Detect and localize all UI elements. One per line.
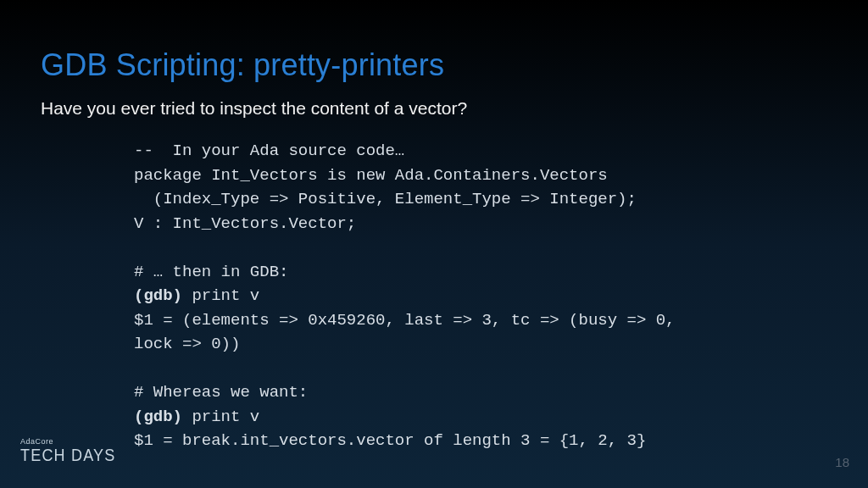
code-line: $1 = break.int_vectors.vector of length …: [134, 431, 646, 450]
gdb-prompt: (gdb): [134, 286, 182, 305]
code-line: V : Int_Vectors.Vector;: [134, 214, 356, 233]
code-line: -- In your Ada source code…: [134, 141, 404, 160]
code-line: print v: [182, 286, 259, 305]
code-block: -- In your Ada source code… package Int_…: [134, 139, 827, 453]
page-number: 18: [835, 455, 849, 469]
logo-event: TECH DAYS: [20, 445, 115, 465]
code-line: $1 = (elements => 0x459260, last => 3, t…: [134, 311, 676, 330]
code-line: package Int_Vectors is new Ada.Container…: [134, 166, 608, 185]
code-line: print v: [182, 408, 259, 426]
code-line: # Whereas we want:: [134, 383, 308, 402]
logo: AdaCore TECH DAYS: [20, 437, 115, 464]
slide: GDB Scripting: pretty-printers Have you …: [0, 0, 868, 488]
slide-title: GDB Scripting: pretty-printers: [41, 47, 827, 83]
code-line: # … then in GDB:: [134, 263, 288, 281]
code-line: (Index_Type => Positive, Element_Type =>…: [134, 190, 637, 208]
code-line: lock => 0)): [134, 335, 240, 353]
gdb-prompt: (gdb): [134, 408, 182, 426]
slide-subtitle: Have you ever tried to inspect the conte…: [41, 98, 827, 119]
